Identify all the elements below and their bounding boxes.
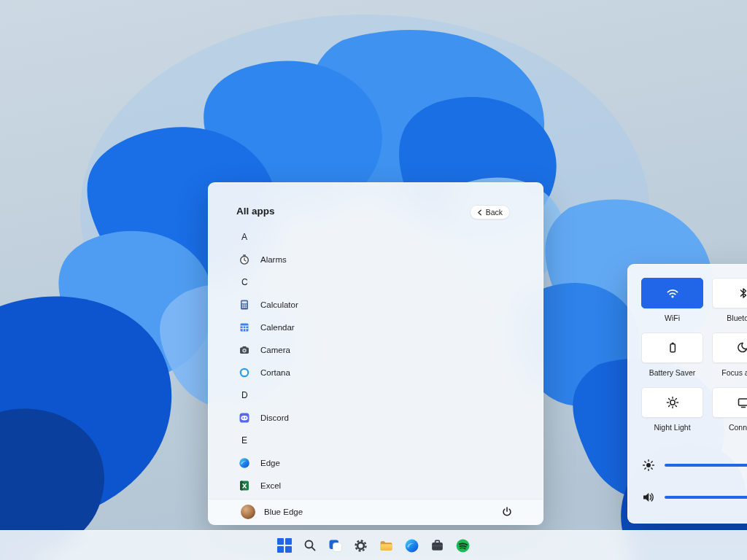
excel-icon [239,480,250,491]
qs-label-connect: Connect [710,423,747,432]
task-view-icon [328,538,343,553]
alarms-icon [239,254,250,265]
taskbar-edge-button[interactable] [402,535,422,556]
brightness-slider-row [641,455,747,475]
desktop[interactable]: All apps Back A Alarms C [0,0,747,560]
brightness-slider[interactable] [665,464,747,467]
app-row-edge[interactable]: Edge [236,451,530,474]
user-name: Blue Edge [264,508,303,516]
back-button-label: Back [486,208,503,217]
cortana-icon [239,367,250,378]
edge-icon [404,538,419,553]
qs-cell-focus-assist: Focus assist [712,332,747,377]
quick-settings-grid: WiFi Bluetooth Battery Saver [641,278,747,432]
qs-label-bluetooth: Bluetooth [710,314,747,322]
volume-slider-row [641,487,747,508]
battery-icon [665,341,680,355]
app-row-alarms[interactable]: Alarms [236,248,530,271]
user-button[interactable]: Blue Edge [241,505,303,519]
app-row-camera[interactable]: Camera [236,338,530,361]
connect-button[interactable] [712,387,747,418]
start-menu-all-apps: All apps Back A Alarms C [208,182,543,525]
app-label: Camera [260,346,290,354]
qs-label-battery-saver: Battery Saver [639,368,706,377]
letter-header-a[interactable]: A [236,225,530,248]
connect-icon [736,395,747,410]
qs-label-night-light: Night Light [639,423,706,432]
start-menu-footer: Blue Edge [209,499,543,524]
power-button[interactable] [498,502,516,521]
briefcase-icon [430,538,445,553]
power-icon [501,506,513,518]
letter-header-e[interactable]: E [236,429,530,451]
all-apps-title: All apps [236,206,275,217]
qs-label-wifi: WiFi [639,314,706,322]
folder-icon [379,538,394,553]
app-row-excel[interactable]: Excel [236,474,530,497]
night-light-icon [665,395,680,410]
night-light-button[interactable] [641,387,703,418]
taskbar-task-view-button[interactable] [325,535,346,556]
camera-icon [239,344,250,356]
battery-saver-button[interactable] [641,332,703,363]
discord-icon [239,412,250,424]
gear-icon [353,538,368,553]
quick-settings-sliders [641,455,747,508]
app-row-calendar[interactable]: Calendar [236,316,530,338]
bluetooth-icon [736,286,747,300]
spotify-icon [455,538,471,553]
calculator-icon [239,299,250,311]
letter-header-d[interactable]: D [236,384,530,406]
taskbar-spotify-button[interactable] [453,535,473,556]
volume-slider[interactable] [665,496,747,499]
moon-icon [736,341,747,355]
app-label: Discord [260,413,289,422]
qs-cell-night-light: Night Light [641,387,703,432]
wifi-icon [665,286,680,300]
app-row-cortana[interactable]: Cortana [236,361,530,384]
back-button[interactable]: Back [470,205,510,219]
taskbar-store-button[interactable] [427,535,448,556]
qs-label-focus-assist: Focus assist [710,368,747,377]
qs-cell-bluetooth: Bluetooth [712,278,747,322]
app-label: Calculator [260,300,298,309]
taskbar-file-explorer-button[interactable] [376,535,397,556]
search-icon [303,538,317,553]
qs-cell-wifi: WiFi [641,278,703,322]
app-label: Edge [260,459,280,467]
windows-logo-icon [277,538,292,553]
wifi-button[interactable] [641,278,703,308]
app-row-calculator[interactable]: Calculator [236,293,530,316]
calendar-icon [239,322,250,333]
taskbar-start-button[interactable] [274,535,295,556]
brightness-icon [641,458,656,472]
focus-assist-button[interactable] [712,332,747,363]
speaker-icon [641,490,656,505]
app-label: Cortana [260,368,290,377]
qs-cell-connect: Connect [712,387,747,432]
app-label: Alarms [260,255,287,264]
qs-cell-battery-saver: Battery Saver [641,332,703,377]
letter-header-c[interactable]: C [236,271,530,293]
quick-settings-panel: WiFi Bluetooth Battery Saver [627,264,747,524]
app-label: Calendar [260,323,295,332]
taskbar-search-button[interactable] [300,535,320,556]
taskbar-settings-button[interactable] [351,535,371,556]
edge-icon [239,457,250,469]
bluetooth-button[interactable] [712,278,747,308]
app-label: Excel [260,481,281,490]
chevron-left-icon [477,209,482,216]
taskbar [0,530,747,560]
user-avatar [241,505,255,519]
all-apps-list[interactable]: A Alarms C [236,225,530,499]
app-row-discord[interactable]: Discord [236,406,530,429]
